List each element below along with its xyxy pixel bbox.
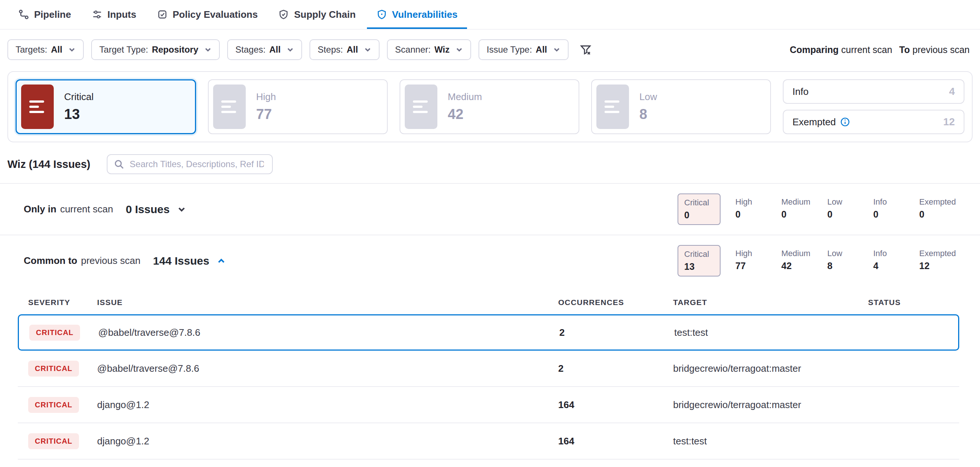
- group-severity-counts: Critical 13 High 77 Medium 42 Low 8 Info…: [678, 245, 959, 276]
- severity-count: 12: [943, 116, 955, 128]
- chevron-down-icon: [364, 46, 371, 53]
- filter-stages[interactable]: Stages: All: [227, 39, 302, 60]
- group-prefix: Only in: [24, 203, 56, 215]
- scanner-header: Wiz (144 Issues): [0, 142, 980, 183]
- filter-targets[interactable]: Targets: All: [7, 39, 84, 60]
- table-row[interactable]: CRITICAL @babel/traverse@7.8.6 2 bridgec…: [18, 351, 959, 387]
- table-header: SEVERITY ISSUE OCCURRENCES TARGET STATUS: [18, 291, 959, 314]
- tab-pipeline[interactable]: Pipeline: [9, 0, 81, 29]
- issue-cell: @babel/traverse@7.8.6: [98, 327, 559, 338]
- count-high[interactable]: High 0: [729, 194, 775, 224]
- tab-label: Supply Chain: [294, 9, 355, 21]
- severity-card-low[interactable]: Low 8: [591, 79, 771, 134]
- severity-summary: Critical 13 High 77 Medium 42: [7, 71, 973, 142]
- issue-cell: django@1.2: [97, 435, 558, 447]
- group-scan-label: current scan: [60, 203, 113, 215]
- group-common-previous-scan: Common to previous scan 144 Issues Criti…: [0, 235, 980, 286]
- count-exempted[interactable]: Exempted 12: [913, 245, 959, 275]
- tab-label: Vulnerabilities: [392, 9, 458, 21]
- comparing-lead: Comparing: [790, 44, 839, 55]
- count-label: Critical: [684, 249, 714, 259]
- severity-label: Low: [640, 91, 657, 103]
- search-input[interactable]: [128, 158, 266, 170]
- chevron-up-icon[interactable]: [216, 256, 226, 266]
- severity-count: 4: [949, 86, 955, 97]
- count-label: High: [735, 197, 770, 207]
- count-info[interactable]: Info 4: [867, 245, 913, 275]
- filter-label: Steps:: [318, 44, 343, 55]
- table-row[interactable]: CRITICAL @babel/traverse@7.8.6 2 test:te…: [18, 314, 959, 351]
- filter-scanner[interactable]: Scanner: Wiz: [387, 39, 471, 60]
- group-issue-count: 0 Issues: [126, 203, 169, 216]
- filter-issue-type[interactable]: Issue Type: All: [479, 39, 569, 60]
- table-row[interactable]: CRITICAL django@1.2 164 bridgecrewio/ter…: [18, 387, 959, 423]
- group-toggle[interactable]: Only in current scan 0 Issues: [24, 203, 187, 216]
- tab-supply-chain[interactable]: Supply Chain: [269, 0, 365, 29]
- tab-label: Pipeline: [34, 9, 71, 21]
- count-exempted[interactable]: Exempted 0: [913, 194, 959, 224]
- severity-list-icon: [213, 84, 246, 129]
- target-cell: test:test: [673, 435, 868, 447]
- count-label: Exempted: [919, 249, 953, 258]
- severity-card-medium[interactable]: Medium 42: [399, 79, 579, 134]
- severity-count: 13: [64, 106, 94, 122]
- severity-list-icon: [405, 84, 438, 129]
- filter-target-type[interactable]: Target Type: Repository: [91, 39, 220, 60]
- group-toggle[interactable]: Common to previous scan 144 Issues: [24, 255, 226, 267]
- chevron-down-icon: [553, 46, 560, 53]
- severity-label: Critical: [64, 91, 94, 103]
- occurrences-cell: 164: [558, 435, 673, 447]
- count-critical[interactable]: Critical 0: [678, 194, 721, 225]
- severity-badge: CRITICAL: [28, 361, 79, 376]
- vulnerabilities-shield-icon: [377, 9, 387, 20]
- count-low[interactable]: Low 8: [821, 245, 867, 275]
- header-status: STATUS: [868, 298, 959, 307]
- count-medium[interactable]: Medium 42: [775, 245, 821, 275]
- count-high[interactable]: High 77: [729, 245, 775, 275]
- chevron-down-icon: [68, 46, 76, 53]
- tab-policy-evaluations[interactable]: Policy Evaluations: [148, 0, 267, 29]
- info-icon[interactable]: [840, 117, 850, 127]
- tab-label: Inputs: [108, 9, 137, 21]
- severity-card-exempted[interactable]: Exempted 12: [783, 110, 964, 134]
- count-value: 0: [735, 209, 770, 220]
- comparing-previous: previous scan: [913, 44, 970, 55]
- tab-bar: Pipeline Inputs Policy Evaluations Suppl…: [0, 0, 980, 30]
- severity-count: 8: [640, 106, 657, 122]
- count-low[interactable]: Low 0: [821, 194, 867, 224]
- chevron-down-icon: [286, 46, 294, 53]
- count-label: Low: [827, 249, 861, 258]
- severity-card-high[interactable]: High 77: [208, 79, 388, 134]
- count-label: Exempted: [919, 197, 953, 207]
- search-box: [107, 154, 273, 174]
- chevron-down-icon[interactable]: [177, 204, 187, 214]
- chevron-down-icon: [204, 46, 212, 53]
- header-target: TARGET: [673, 298, 868, 307]
- count-critical[interactable]: Critical 13: [678, 245, 721, 276]
- occurrences-cell: 2: [559, 327, 674, 338]
- count-value: 77: [735, 261, 770, 271]
- filter-label: Issue Type:: [487, 44, 532, 55]
- chevron-down-icon: [455, 46, 463, 53]
- target-cell: test:test: [674, 327, 869, 338]
- filter-steps[interactable]: Steps: All: [310, 39, 380, 60]
- target-cell: bridgecrewio/terragoat:master: [673, 399, 868, 411]
- count-label: Medium: [781, 249, 815, 258]
- filter-value: All: [536, 44, 547, 55]
- severity-label: Medium: [448, 91, 482, 103]
- clear-filters-icon[interactable]: [580, 44, 592, 56]
- filter-label: Scanner:: [395, 44, 431, 55]
- occurrences-cell: 164: [558, 399, 673, 411]
- table-row[interactable]: CRITICAL django@1.2 164 test:test: [18, 423, 959, 460]
- severity-card-info[interactable]: Info 4: [783, 79, 964, 104]
- tab-inputs[interactable]: Inputs: [82, 0, 146, 29]
- count-info[interactable]: Info 0: [867, 194, 913, 224]
- header-occurrences: OCCURRENCES: [558, 298, 673, 307]
- count-medium[interactable]: Medium 0: [775, 194, 821, 224]
- tab-vulnerabilities[interactable]: Vulnerabilities: [367, 0, 468, 29]
- count-value: 0: [919, 209, 953, 220]
- severity-badge: CRITICAL: [29, 325, 80, 341]
- filter-value: Wiz: [434, 44, 450, 55]
- severity-card-critical[interactable]: Critical 13: [16, 79, 196, 134]
- count-label: Info: [873, 197, 907, 207]
